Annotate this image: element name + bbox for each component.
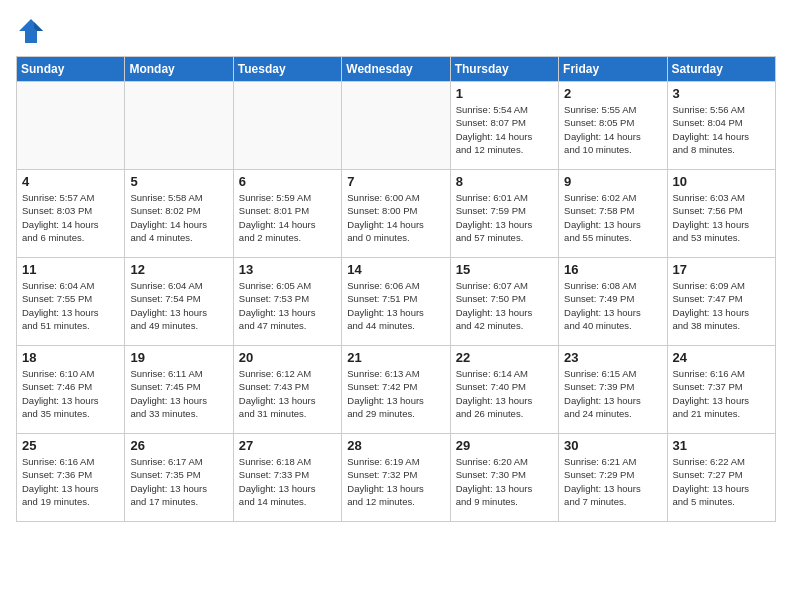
- day-info: Sunrise: 6:09 AM Sunset: 7:47 PM Dayligh…: [673, 279, 770, 332]
- calendar-cell: [125, 82, 233, 170]
- day-number: 24: [673, 350, 770, 365]
- day-number: 23: [564, 350, 661, 365]
- weekday-header: Thursday: [450, 57, 558, 82]
- day-number: 16: [564, 262, 661, 277]
- day-number: 26: [130, 438, 227, 453]
- day-info: Sunrise: 6:21 AM Sunset: 7:29 PM Dayligh…: [564, 455, 661, 508]
- day-number: 8: [456, 174, 553, 189]
- day-info: Sunrise: 5:55 AM Sunset: 8:05 PM Dayligh…: [564, 103, 661, 156]
- calendar-cell: 25Sunrise: 6:16 AM Sunset: 7:36 PM Dayli…: [17, 434, 125, 522]
- day-number: 25: [22, 438, 119, 453]
- calendar-cell: 16Sunrise: 6:08 AM Sunset: 7:49 PM Dayli…: [559, 258, 667, 346]
- calendar-cell: 12Sunrise: 6:04 AM Sunset: 7:54 PM Dayli…: [125, 258, 233, 346]
- calendar-cell: 30Sunrise: 6:21 AM Sunset: 7:29 PM Dayli…: [559, 434, 667, 522]
- day-info: Sunrise: 6:04 AM Sunset: 7:55 PM Dayligh…: [22, 279, 119, 332]
- calendar-week-row: 4Sunrise: 5:57 AM Sunset: 8:03 PM Daylig…: [17, 170, 776, 258]
- calendar-cell: 17Sunrise: 6:09 AM Sunset: 7:47 PM Dayli…: [667, 258, 775, 346]
- day-number: 18: [22, 350, 119, 365]
- calendar-cell: 8Sunrise: 6:01 AM Sunset: 7:59 PM Daylig…: [450, 170, 558, 258]
- day-number: 4: [22, 174, 119, 189]
- calendar-cell: 26Sunrise: 6:17 AM Sunset: 7:35 PM Dayli…: [125, 434, 233, 522]
- page-header: [16, 16, 776, 46]
- day-number: 21: [347, 350, 444, 365]
- day-number: 31: [673, 438, 770, 453]
- day-number: 28: [347, 438, 444, 453]
- calendar-cell: 6Sunrise: 5:59 AM Sunset: 8:01 PM Daylig…: [233, 170, 341, 258]
- day-number: 5: [130, 174, 227, 189]
- calendar-cell: 18Sunrise: 6:10 AM Sunset: 7:46 PM Dayli…: [17, 346, 125, 434]
- calendar-cell: 9Sunrise: 6:02 AM Sunset: 7:58 PM Daylig…: [559, 170, 667, 258]
- day-info: Sunrise: 6:18 AM Sunset: 7:33 PM Dayligh…: [239, 455, 336, 508]
- calendar-header-row: SundayMondayTuesdayWednesdayThursdayFrid…: [17, 57, 776, 82]
- day-info: Sunrise: 6:02 AM Sunset: 7:58 PM Dayligh…: [564, 191, 661, 244]
- day-number: 17: [673, 262, 770, 277]
- weekday-header: Tuesday: [233, 57, 341, 82]
- calendar-cell: 5Sunrise: 5:58 AM Sunset: 8:02 PM Daylig…: [125, 170, 233, 258]
- day-number: 6: [239, 174, 336, 189]
- calendar-cell: [17, 82, 125, 170]
- day-number: 7: [347, 174, 444, 189]
- day-info: Sunrise: 6:11 AM Sunset: 7:45 PM Dayligh…: [130, 367, 227, 420]
- calendar-cell: 11Sunrise: 6:04 AM Sunset: 7:55 PM Dayli…: [17, 258, 125, 346]
- day-info: Sunrise: 6:06 AM Sunset: 7:51 PM Dayligh…: [347, 279, 444, 332]
- calendar-cell: 1Sunrise: 5:54 AM Sunset: 8:07 PM Daylig…: [450, 82, 558, 170]
- day-info: Sunrise: 6:19 AM Sunset: 7:32 PM Dayligh…: [347, 455, 444, 508]
- calendar-cell: 23Sunrise: 6:15 AM Sunset: 7:39 PM Dayli…: [559, 346, 667, 434]
- day-info: Sunrise: 6:08 AM Sunset: 7:49 PM Dayligh…: [564, 279, 661, 332]
- calendar-cell: 7Sunrise: 6:00 AM Sunset: 8:00 PM Daylig…: [342, 170, 450, 258]
- day-number: 2: [564, 86, 661, 101]
- day-number: 22: [456, 350, 553, 365]
- calendar-cell: 20Sunrise: 6:12 AM Sunset: 7:43 PM Dayli…: [233, 346, 341, 434]
- day-info: Sunrise: 6:07 AM Sunset: 7:50 PM Dayligh…: [456, 279, 553, 332]
- calendar-week-row: 18Sunrise: 6:10 AM Sunset: 7:46 PM Dayli…: [17, 346, 776, 434]
- calendar-cell: 24Sunrise: 6:16 AM Sunset: 7:37 PM Dayli…: [667, 346, 775, 434]
- calendar-cell: 4Sunrise: 5:57 AM Sunset: 8:03 PM Daylig…: [17, 170, 125, 258]
- calendar-cell: 19Sunrise: 6:11 AM Sunset: 7:45 PM Dayli…: [125, 346, 233, 434]
- logo: [16, 16, 50, 46]
- weekday-header: Friday: [559, 57, 667, 82]
- calendar-cell: 14Sunrise: 6:06 AM Sunset: 7:51 PM Dayli…: [342, 258, 450, 346]
- calendar-week-row: 25Sunrise: 6:16 AM Sunset: 7:36 PM Dayli…: [17, 434, 776, 522]
- day-info: Sunrise: 5:56 AM Sunset: 8:04 PM Dayligh…: [673, 103, 770, 156]
- calendar-cell: [342, 82, 450, 170]
- day-info: Sunrise: 6:14 AM Sunset: 7:40 PM Dayligh…: [456, 367, 553, 420]
- day-number: 12: [130, 262, 227, 277]
- weekday-header: Wednesday: [342, 57, 450, 82]
- day-number: 27: [239, 438, 336, 453]
- weekday-header: Saturday: [667, 57, 775, 82]
- day-info: Sunrise: 6:17 AM Sunset: 7:35 PM Dayligh…: [130, 455, 227, 508]
- day-info: Sunrise: 6:03 AM Sunset: 7:56 PM Dayligh…: [673, 191, 770, 244]
- day-number: 29: [456, 438, 553, 453]
- day-info: Sunrise: 6:00 AM Sunset: 8:00 PM Dayligh…: [347, 191, 444, 244]
- day-info: Sunrise: 6:15 AM Sunset: 7:39 PM Dayligh…: [564, 367, 661, 420]
- day-number: 11: [22, 262, 119, 277]
- calendar-cell: 21Sunrise: 6:13 AM Sunset: 7:42 PM Dayli…: [342, 346, 450, 434]
- calendar-cell: 3Sunrise: 5:56 AM Sunset: 8:04 PM Daylig…: [667, 82, 775, 170]
- weekday-header: Monday: [125, 57, 233, 82]
- day-number: 14: [347, 262, 444, 277]
- day-number: 10: [673, 174, 770, 189]
- day-info: Sunrise: 6:04 AM Sunset: 7:54 PM Dayligh…: [130, 279, 227, 332]
- day-number: 9: [564, 174, 661, 189]
- day-number: 15: [456, 262, 553, 277]
- day-number: 1: [456, 86, 553, 101]
- day-info: Sunrise: 5:58 AM Sunset: 8:02 PM Dayligh…: [130, 191, 227, 244]
- day-info: Sunrise: 6:16 AM Sunset: 7:36 PM Dayligh…: [22, 455, 119, 508]
- day-number: 13: [239, 262, 336, 277]
- logo-icon: [16, 16, 46, 46]
- calendar-cell: 27Sunrise: 6:18 AM Sunset: 7:33 PM Dayli…: [233, 434, 341, 522]
- calendar-cell: 2Sunrise: 5:55 AM Sunset: 8:05 PM Daylig…: [559, 82, 667, 170]
- calendar-week-row: 11Sunrise: 6:04 AM Sunset: 7:55 PM Dayli…: [17, 258, 776, 346]
- day-info: Sunrise: 6:20 AM Sunset: 7:30 PM Dayligh…: [456, 455, 553, 508]
- day-info: Sunrise: 5:54 AM Sunset: 8:07 PM Dayligh…: [456, 103, 553, 156]
- calendar-cell: 22Sunrise: 6:14 AM Sunset: 7:40 PM Dayli…: [450, 346, 558, 434]
- day-info: Sunrise: 6:05 AM Sunset: 7:53 PM Dayligh…: [239, 279, 336, 332]
- calendar-table: SundayMondayTuesdayWednesdayThursdayFrid…: [16, 56, 776, 522]
- weekday-header: Sunday: [17, 57, 125, 82]
- calendar-week-row: 1Sunrise: 5:54 AM Sunset: 8:07 PM Daylig…: [17, 82, 776, 170]
- calendar-cell: 31Sunrise: 6:22 AM Sunset: 7:27 PM Dayli…: [667, 434, 775, 522]
- calendar-cell: 28Sunrise: 6:19 AM Sunset: 7:32 PM Dayli…: [342, 434, 450, 522]
- day-info: Sunrise: 6:01 AM Sunset: 7:59 PM Dayligh…: [456, 191, 553, 244]
- calendar-cell: 13Sunrise: 6:05 AM Sunset: 7:53 PM Dayli…: [233, 258, 341, 346]
- day-number: 19: [130, 350, 227, 365]
